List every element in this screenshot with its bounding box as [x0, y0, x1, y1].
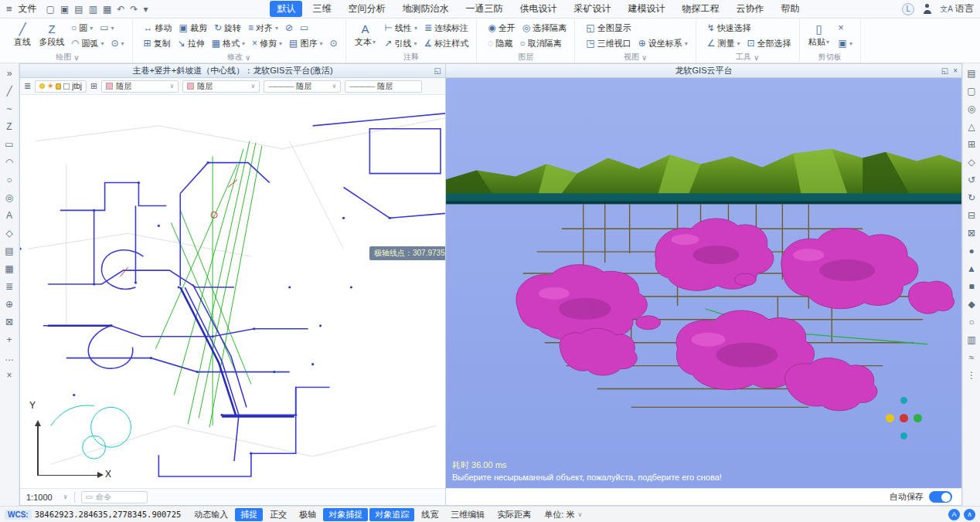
ribbon-big-button[interactable]: ╱ 直线 [9, 22, 36, 49]
user-icon[interactable] [922, 4, 932, 14]
template-icon[interactable]: ▣ [60, 5, 69, 14]
ribbon-small-button[interactable]: ∠ 测量 ▾ [705, 37, 743, 50]
status-toggle-button[interactable]: 捕捉 [235, 508, 263, 521]
favorite-star-icon[interactable]: ★ [47, 83, 53, 90]
ribbon-small-button[interactable]: ≡ 对齐 ▾ [246, 22, 281, 35]
drawing-tab[interactable]: ★ jtbj [35, 80, 87, 93]
scale-select[interactable]: 1:1000 ∨ [26, 493, 68, 502]
undo-icon[interactable]: ↶ [117, 5, 124, 14]
section-icon[interactable]: ⊟ [965, 208, 979, 222]
ore-model-icon[interactable]: ◆ [965, 297, 979, 311]
block-tool-icon[interactable]: ⊠ [2, 314, 17, 329]
command-input[interactable]: ▭ 命令 [81, 491, 148, 503]
maximize-icon[interactable]: ◱ [941, 66, 948, 75]
ribbon-small-button[interactable]: ⊕ 设坐标系 ▾ [636, 37, 690, 50]
ribbon-small-button[interactable]: ○ 圆 ▾ [69, 22, 95, 35]
solid-icon[interactable]: ■ [965, 279, 979, 293]
gizmo-axis-right[interactable] [914, 414, 922, 422]
slice-icon[interactable]: ▥ [965, 332, 979, 347]
ribbon-small-button[interactable]: × 修剪 ▾ [250, 37, 284, 50]
ribbon-small-button[interactable]: ▤ 图序 ▾ [287, 37, 325, 50]
mesh-icon[interactable]: △ [965, 119, 979, 134]
hatch-tool-icon[interactable]: ▤ [2, 243, 17, 258]
orbit-icon[interactable]: ↺ [965, 172, 979, 187]
ribbon-small-button[interactable]: ▭ [298, 22, 311, 33]
render-icon[interactable]: ◎ [965, 101, 979, 116]
status-toggle-button[interactable]: 极轴 [294, 508, 322, 521]
add-tool-icon[interactable]: + [2, 332, 17, 347]
water-icon[interactable]: ≈ [965, 350, 979, 364]
ribbon-big-button[interactable]: A 文本▾ [352, 22, 379, 49]
unit-select[interactable]: 单位: 米 ∨ [539, 508, 587, 521]
layer-panel-icon[interactable]: ≣ [24, 81, 31, 91]
polyline-tool-icon[interactable]: Z [2, 119, 17, 134]
ribbon-small-button[interactable]: ◳ 三维视口 [584, 37, 633, 50]
light-icon[interactable]: ● [965, 243, 979, 258]
ribbon-small-button[interactable]: ↯ 快速选择 [705, 22, 754, 35]
ribbon-small-button[interactable]: ▣ ▾ [836, 38, 855, 49]
autosave-toggle[interactable] [929, 491, 952, 503]
ai-assistant-icon[interactable]: A [948, 509, 960, 520]
status-toggle-button[interactable]: 实际距离 [492, 508, 536, 521]
ribbon-small-button[interactable]: ◠ 圆弧 ▾ [69, 37, 107, 50]
ribbon-small-button[interactable]: ⊘ [283, 22, 295, 33]
ribbon-small-button[interactable]: ◎ 选择隔离 [520, 22, 569, 35]
donut-tool-icon[interactable]: ◎ [2, 190, 17, 205]
properties-icon[interactable]: ▢ [965, 83, 979, 98]
status-toggle-button[interactable]: 对象追踪 [369, 508, 414, 521]
text-tool-icon[interactable]: A [2, 208, 17, 222]
expand-status-icon[interactable]: ∧ [964, 509, 975, 520]
visibility-bulb-icon[interactable] [39, 83, 45, 89]
ribbon-small-button[interactable]: ▦ 格式 ▾ [209, 37, 247, 50]
rectangle-tool-icon[interactable]: ▭ [2, 137, 17, 151]
ribbon-small-button[interactable]: ○ 取消隔离 [518, 37, 564, 50]
collapse-sidebar-icon[interactable]: » [2, 66, 17, 80]
ribbon-small-button[interactable]: ◱ 全图显示 [584, 22, 633, 35]
menu-tab[interactable]: 空间分析 [341, 1, 392, 17]
ribbon-small-button[interactable]: × [836, 22, 846, 33]
menu-tab[interactable]: 供电设计 [512, 1, 563, 17]
insert-tool-icon[interactable]: ⊕ [2, 297, 17, 311]
language-button[interactable]: 文A 语言 [940, 2, 974, 15]
menu-tab[interactable]: 地测防治水 [395, 1, 455, 17]
view-gizmo[interactable] [883, 397, 926, 440]
scene-3d-canvas[interactable]: 耗时 36.00 ms Выберите несырьманный объект… [446, 78, 961, 488]
maximize-icon[interactable]: ◱ [434, 66, 441, 75]
cad-2d-canvas[interactable]: 极轴线点：307.9735 < 0°0'0" Y X [20, 95, 445, 488]
ribbon-small-button[interactable]: ↻ 旋转 [212, 22, 243, 35]
ribbon-small-button[interactable]: ◉ 全开 [485, 22, 517, 35]
ribbon-big-button[interactable]: ▯ 粘贴▾ [805, 22, 833, 49]
new-file-icon[interactable]: ▢ [46, 5, 55, 14]
ribbon-small-button[interactable]: ◌ 隐藏 [485, 37, 515, 50]
menu-tab[interactable]: 云协作 [729, 1, 771, 17]
ribbon-small-button[interactable]: ↘ 拉伸 [175, 37, 207, 50]
clip-icon[interactable]: ⊠ [965, 225, 979, 240]
close-icon[interactable]: × [953, 66, 958, 75]
material-icon[interactable]: ◇ [965, 154, 979, 169]
gizmo-axis-top[interactable] [900, 397, 907, 404]
ribbon-small-button[interactable]: ▣ 裁剪 [177, 22, 209, 35]
print-icon[interactable]: ▦ [103, 5, 111, 14]
ribbon-small-button[interactable]: ▭ ▾ [97, 22, 116, 33]
lock-icon[interactable] [56, 83, 61, 90]
layer-settings-icon[interactable]: ⊞ [90, 81, 97, 91]
menu-tab[interactable]: 默认 [270, 1, 302, 17]
status-toggle-button[interactable]: 正交 [264, 508, 292, 521]
menu-tab[interactable]: 采矿设计 [567, 1, 618, 17]
menu-tab[interactable]: 物探工程 [675, 1, 726, 17]
qat-more-icon[interactable]: ▾ [143, 5, 148, 14]
menu-tab[interactable]: 一通三防 [458, 1, 509, 17]
redo-icon[interactable]: ↷ [130, 5, 138, 14]
color-chip[interactable] [63, 83, 70, 90]
ribbon-small-button[interactable]: ⊙ ▾ [109, 38, 127, 49]
ribbon-small-button[interactable]: ≣ 连续标注 [422, 22, 471, 35]
menu-tab[interactable]: 三维 [305, 1, 338, 17]
ribbon-small-button[interactable]: ∡ 标注样式 [422, 37, 471, 50]
layer-manager-icon[interactable]: ▤ [965, 66, 979, 80]
ribbon-big-button[interactable]: Z 多段线 [38, 22, 66, 49]
layer-dropdown[interactable]: 随层 ∨ [182, 80, 260, 93]
grid-view-icon[interactable]: ⊞ [965, 137, 979, 151]
gizmo-axis-left[interactable] [886, 414, 894, 422]
more-tools-icon[interactable]: … [2, 350, 17, 364]
spline-tool-icon[interactable]: ~ [2, 101, 17, 116]
